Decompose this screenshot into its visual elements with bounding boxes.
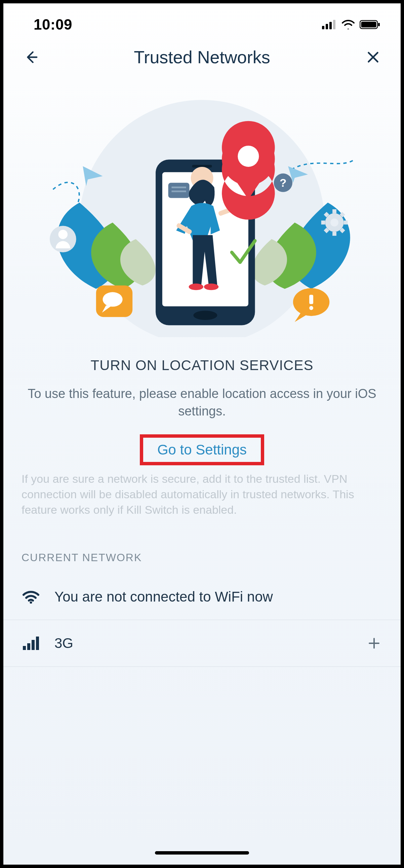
svg-point-43 xyxy=(238,146,259,167)
svg-rect-6 xyxy=(378,23,380,26)
svg-point-11 xyxy=(59,230,68,239)
cellular-icon xyxy=(22,636,40,651)
status-icons xyxy=(322,20,380,29)
chat-bubble-icon xyxy=(96,286,132,317)
nav-bar: Trusted Networks xyxy=(3,36,401,75)
svg-line-17 xyxy=(325,213,328,216)
battery-icon xyxy=(360,20,380,29)
svg-line-19 xyxy=(325,229,328,232)
trusted-networks-info: If you are sure a network is secure, add… xyxy=(3,465,401,518)
alert-bubble-icon xyxy=(293,288,329,322)
prompt-description: To use this feature, please enable locat… xyxy=(24,385,380,420)
svg-rect-46 xyxy=(27,643,30,650)
status-bar: 10:09 xyxy=(3,3,401,36)
svg-rect-48 xyxy=(36,637,39,650)
status-time: 10:09 xyxy=(34,16,72,33)
svg-rect-27 xyxy=(309,295,313,304)
location-illustration: ? xyxy=(3,82,401,337)
network-row-cellular: 3G xyxy=(3,620,401,667)
svg-rect-45 xyxy=(23,646,26,650)
svg-point-25 xyxy=(103,292,123,307)
svg-rect-33 xyxy=(168,183,190,198)
go-to-settings-button[interactable]: Go to Settings xyxy=(157,442,247,458)
svg-text:?: ? xyxy=(280,177,287,189)
location-pin-icon xyxy=(222,121,275,220)
svg-rect-0 xyxy=(322,26,324,29)
svg-rect-1 xyxy=(326,24,328,29)
prompt-heading: TURN ON LOCATION SERVICES xyxy=(24,357,380,373)
svg-point-28 xyxy=(309,306,313,310)
wifi-status-icon xyxy=(341,20,355,29)
home-indicator xyxy=(155,851,249,855)
svg-rect-2 xyxy=(329,22,332,29)
svg-point-39 xyxy=(189,284,203,290)
go-to-settings-highlight: Go to Settings xyxy=(140,434,264,465)
location-prompt: TURN ON LOCATION SERVICES To use this fe… xyxy=(3,337,401,465)
svg-point-21 xyxy=(330,219,338,227)
back-button[interactable] xyxy=(20,46,42,68)
close-button[interactable] xyxy=(362,46,384,68)
svg-rect-3 xyxy=(333,20,335,29)
plus-icon xyxy=(367,637,381,650)
network-row-label: 3G xyxy=(55,635,351,651)
page-title: Trusted Networks xyxy=(42,47,362,67)
svg-point-44 xyxy=(30,601,32,603)
svg-point-40 xyxy=(204,284,218,290)
device-frame: 10:09 Trusted Networks xyxy=(0,0,404,868)
svg-line-18 xyxy=(341,229,344,232)
svg-rect-47 xyxy=(32,640,35,650)
current-network-header: CURRENT NETWORK xyxy=(3,518,401,574)
wifi-icon xyxy=(22,590,40,603)
network-row-label: You are not connected to WiFi now xyxy=(55,589,382,605)
network-row-wifi: You are not connected to WiFi now xyxy=(3,574,401,620)
cellular-signal-icon xyxy=(322,20,337,29)
svg-line-20 xyxy=(341,213,344,216)
close-icon xyxy=(365,50,381,65)
svg-rect-5 xyxy=(361,22,376,28)
add-network-button[interactable] xyxy=(366,635,382,652)
svg-point-32 xyxy=(193,311,217,320)
arrow-left-icon xyxy=(23,50,39,65)
